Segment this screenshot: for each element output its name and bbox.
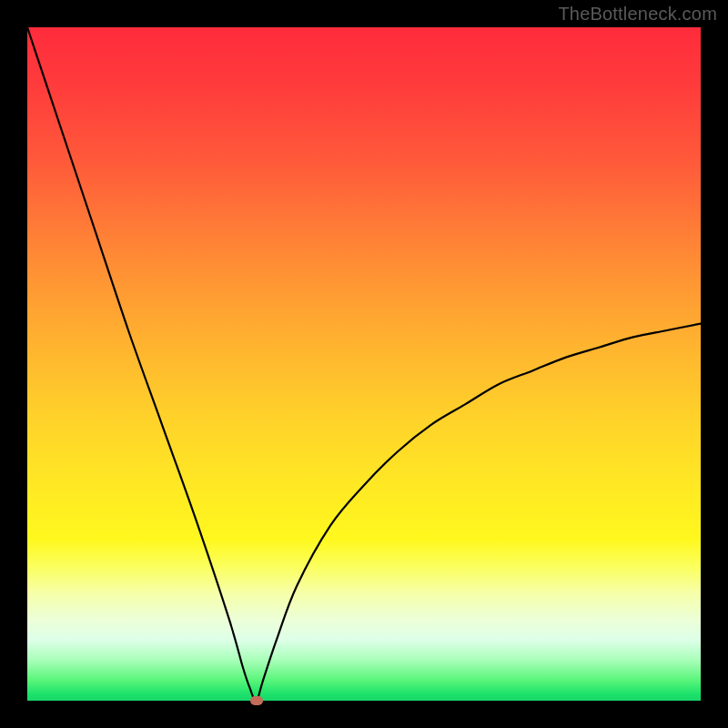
plot-gradient-background [27,27,701,701]
chart-frame: TheBottleneck.com [0,0,728,728]
watermark-text: TheBottleneck.com [558,4,717,25]
optimal-point-marker [250,696,263,705]
